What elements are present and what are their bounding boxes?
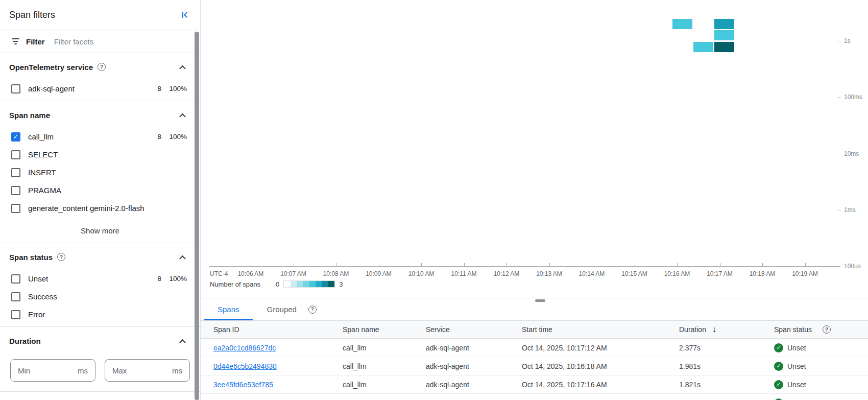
table-row-partial[interactable]: 4d0ae6f5b3c94f12call_llmadk-sql-agentOct… [201, 394, 868, 400]
facet-row-INSERT[interactable]: INSERT [0, 163, 200, 181]
checkbox[interactable] [11, 84, 20, 93]
facet-row-Unset[interactable]: Unset8100% [0, 270, 200, 288]
x-tick-mark [464, 263, 465, 266]
heatmap-legend: Number of spans 0 3 [210, 280, 343, 288]
filter-section-heading: Span name [0, 108, 200, 122]
x-tick-mark [421, 263, 422, 266]
x-tick-mark [549, 263, 550, 266]
x-tick-label: 10:14 AM [579, 270, 605, 277]
x-tick-label: 10:15 AM [621, 270, 647, 277]
legend-gradient [283, 280, 335, 288]
span-status-help-icon[interactable]: ? [823, 325, 831, 334]
checkbox[interactable] [11, 186, 20, 195]
legend-gradient-step [322, 281, 328, 287]
checkbox[interactable] [11, 274, 20, 284]
facet-row-SELECT[interactable]: SELECT [0, 146, 200, 163]
checkbox[interactable] [11, 310, 20, 319]
col-header-service: Service [426, 325, 522, 334]
table-row[interactable]: 0d44e6c5b2494830call_llmadk-sql-agentOct… [201, 357, 868, 375]
start-time-cell: Oct 14, 2025, 10:17:16 AM [522, 381, 679, 389]
filter-section-span-status: Span status?Unset8100%SuccessError [0, 243, 200, 326]
table-row[interactable]: 3ee45fd6e53ef785call_llmadk-sql-agentOct… [201, 375, 868, 394]
filter-section-span-name: Span name✓call_llm8100%SELECTINSERTPRAGM… [0, 101, 200, 243]
status-check-icon: ✓ [774, 398, 783, 400]
x-tick-mark [720, 263, 720, 266]
spans-duration-heatmap[interactable]: 10:06 AM10:07 AM10:08 AM10:09 AM10:10 AM… [201, 0, 868, 298]
show-more-button[interactable]: Show more [0, 221, 200, 240]
checkbox[interactable] [11, 150, 20, 159]
heatmap-cell-count-2[interactable] [714, 19, 734, 29]
checkbox[interactable] [11, 204, 20, 213]
span-status-cell: ✓Unset [774, 398, 868, 400]
span-id-link[interactable]: ea2a0c1cd86627dc [213, 344, 276, 352]
facet-label: Success [28, 292, 148, 301]
spans-table-header: Span ID Span name Service Start time Dur… [201, 320, 868, 339]
facet-row-Success[interactable]: Success [0, 288, 200, 305]
filter-label: Filter [26, 37, 45, 46]
span-id-link[interactable]: 3ee45fd6e53ef785 [213, 381, 273, 389]
heatmap-cell-count-1[interactable] [672, 19, 692, 29]
x-tick-mark [507, 263, 507, 266]
facet-row-call_llm[interactable]: ✓call_llm8100% [0, 128, 200, 146]
col-header-span-id: Span ID [213, 325, 343, 334]
facet-percent: 100% [161, 85, 187, 92]
section-title: Duration [9, 337, 41, 345]
col-header-start-time: Start time [522, 325, 679, 334]
facet-count: 8 [148, 275, 161, 283]
grouped-help-icon[interactable]: ? [308, 305, 317, 314]
x-tick-mark [294, 263, 294, 266]
x-tick-mark [592, 263, 592, 266]
span-status-cell: ✓Unset [774, 362, 868, 371]
service-cell: adk-sql-agent [426, 344, 522, 352]
checkbox[interactable] [11, 168, 20, 177]
facet-row-generate_content gemini-2.0-flash[interactable]: generate_content gemini-2.0-flash [0, 199, 200, 217]
section-help-icon[interactable]: ? [98, 63, 106, 71]
section-help-icon[interactable]: ? [57, 253, 65, 261]
facet-row-adk-sql-agent[interactable]: adk-sql-agent8100% [0, 80, 200, 98]
span-filters-panel: Span filters Filter Filter facets OpenTe… [0, 0, 200, 400]
tab-spans[interactable]: Spans [204, 298, 253, 320]
sort-descending-icon[interactable]: ↓ [712, 325, 716, 334]
y-tick-mark [837, 41, 841, 41]
facet-row-PRAGMA[interactable]: PRAGMA [0, 181, 200, 199]
status-check-icon: ✓ [774, 380, 783, 389]
start-time-cell: Oct 14, 2025, 10:16:18 AM [522, 362, 679, 370]
panel-resize-handle[interactable] [535, 299, 545, 302]
sidebar-scrollbar-thumb[interactable] [195, 32, 199, 400]
chevron-up-icon[interactable] [179, 339, 186, 345]
filter-facets-input[interactable]: Filter Filter facets [0, 30, 200, 53]
collapse-left-icon [180, 10, 190, 20]
x-tick-mark [805, 263, 806, 266]
duration-min-input[interactable]: Minms [10, 359, 95, 382]
facet-label: PRAGMA [28, 186, 148, 195]
heatmap-cell-count-1[interactable] [714, 30, 734, 40]
x-tick-label: 10:11 AM [451, 270, 477, 277]
facet-percent: 100% [161, 275, 187, 283]
facet-row-Error[interactable]: Error [0, 305, 200, 323]
filter-icon [11, 38, 19, 44]
table-row[interactable]: ea2a0c1cd86627dccall_llmadk-sql-agentOct… [201, 339, 868, 357]
col-header-duration: Duration [679, 325, 706, 334]
chevron-up-icon[interactable] [179, 255, 186, 262]
collapse-panel-button[interactable] [180, 10, 190, 20]
span-id-link[interactable]: 0d44e6c5b2494830 [213, 362, 277, 370]
chevron-up-icon[interactable] [179, 65, 186, 72]
spans-table: Span ID Span name Service Start time Dur… [201, 320, 868, 400]
span-id-cell: 0d44e6c5b2494830 [213, 362, 343, 370]
x-tick-label: 10:08 AM [323, 270, 349, 277]
tab-grouped[interactable]: Grouped ? [253, 298, 330, 320]
x-tick-mark [677, 263, 678, 266]
chevron-up-icon[interactable] [179, 113, 186, 120]
checkbox-checked[interactable]: ✓ [11, 132, 20, 142]
checkbox[interactable] [11, 292, 20, 301]
legend-gradient-step [297, 281, 303, 287]
input-placeholder: Max [112, 366, 127, 375]
heatmap-cell-count-3[interactable] [714, 42, 734, 52]
y-tick-label: 100us [844, 263, 861, 270]
duration-max-input[interactable]: Maxms [105, 359, 190, 382]
heatmap-cell-count-1[interactable] [693, 42, 713, 52]
section-divider [0, 391, 200, 392]
col-header-span-status: Span status [774, 325, 812, 334]
facet-label: call_llm [28, 132, 148, 141]
y-tick-mark [837, 154, 841, 154]
